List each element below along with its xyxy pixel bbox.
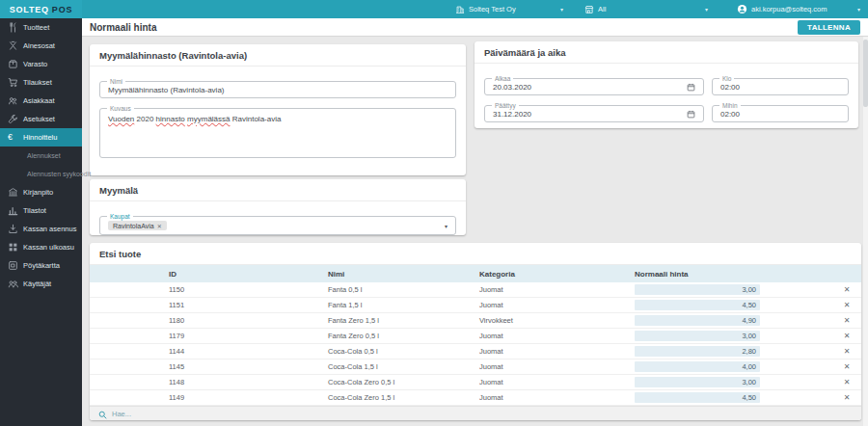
product-id: 1180 [169, 316, 328, 325]
price-input[interactable]: 3,00 [635, 284, 760, 295]
company-selector[interactable]: Solteq Test Oy ▾ [455, 5, 563, 14]
remove-row-button[interactable]: ✕ [844, 393, 851, 402]
sidebar-item-kirjanpito[interactable]: Kirjanpito [0, 183, 82, 201]
chart-icon [8, 205, 21, 216]
logo-text-pos: POS [52, 5, 72, 14]
topbar: SOLTEQ POS Solteq Test Oy ▾ All ▾ [0, 0, 868, 18]
sidebar: TuotteetAinesosatVarastoTilauksetAsiakka… [0, 18, 82, 426]
name-field[interactable]: Nimi Myymälähinnasto (Ravintola-avia) [99, 81, 456, 98]
remove-row-button[interactable]: ✕ [844, 301, 851, 309]
remove-row-button[interactable]: ✕ [844, 347, 851, 356]
product-search-input[interactable]: Hae... [90, 406, 861, 420]
sidebar-item-pöytäkartta[interactable]: Pöytäkartta [0, 256, 82, 275]
store-chip-label: RavintolaAvia [113, 223, 154, 229]
description-field[interactable]: Kuvaus Vuoden 2020 hinnasto myymälässä R… [99, 108, 456, 158]
price-input[interactable]: 3,00 [635, 377, 760, 387]
sidebar-item-label: Kassan ulkoasu [23, 243, 74, 252]
calendar-icon[interactable] [687, 83, 695, 92]
product-id: 1144 [169, 347, 328, 356]
sidebar-item-tilaukset[interactable]: Tilaukset [0, 73, 82, 92]
product-name: Fanta 1,5 l [328, 301, 479, 309]
bank-icon [8, 187, 21, 198]
sidebar-item-ainesosat[interactable]: Ainesosat [0, 37, 82, 55]
sidebar-item-tilastot[interactable]: Tilastot [0, 201, 82, 220]
search-placeholder: Hae... [112, 410, 131, 418]
price-input[interactable]: 3,00 [635, 331, 760, 341]
end-date-label: Päättyy [492, 102, 519, 109]
scrollbar-track[interactable] [863, 18, 868, 426]
sidebar-item-label: Alennusten syykoodit [27, 171, 91, 177]
stores-select[interactable]: Kaupat RavintolaAvia ✕ ▾ [99, 216, 456, 235]
mixer-icon [8, 40, 21, 51]
dropdown-caret-icon[interactable]: ▾ [445, 223, 448, 229]
price-input[interactable]: 4,90 [635, 315, 760, 326]
table-row: 1179Fanta Zero 0,5 lJuomat3,00✕ [90, 329, 861, 344]
store-filter-value: All [598, 5, 606, 13]
sidebar-item-label: Kassan asennus [23, 225, 76, 233]
price-input[interactable]: 2,80 [635, 346, 760, 357]
table-body: 1150Fanta 0,5 lJuomat3,00✕1151Fanta 1,5 … [90, 282, 861, 406]
product-name: Fanta 0,5 l [328, 285, 479, 294]
product-name: Coca-Cola 1,5 l [328, 362, 479, 371]
content-area: Myymälähinnasto (Ravintola-avia) Nimi My… [82, 37, 863, 426]
sidebar-item-tuotteet[interactable]: Tuotteet [0, 18, 82, 37]
sidebar-item-asiakkaat[interactable]: Asiakkaat [0, 92, 82, 110]
chevron-down-icon: ▾ [560, 6, 563, 13]
sidebar-item-alennukset[interactable]: Alennukset [0, 146, 82, 165]
box-icon [8, 59, 21, 69]
users-icon [8, 279, 21, 289]
cart-icon [8, 77, 21, 88]
account-circle-icon [737, 4, 747, 14]
description-word: Vuoden [108, 115, 134, 123]
start-date-label: Alkaa [492, 75, 513, 82]
product-category: Juomat [479, 347, 635, 356]
page-title: Normaali hinta [90, 22, 156, 33]
sidebar-item-kassan-ulkoasu[interactable]: Kassan ulkoasu [0, 238, 82, 256]
end-time-label: Mihin [719, 102, 741, 109]
calendar-icon[interactable] [687, 110, 695, 119]
grid-icon [8, 242, 21, 253]
start-date-value: 20.03.2020 [493, 83, 531, 92]
sidebar-item-asetukset[interactable]: Asetukset [0, 110, 82, 128]
store-card-title: Myymälä [90, 179, 466, 201]
remove-row-button[interactable]: ✕ [844, 332, 851, 340]
product-id: 1148 [169, 378, 328, 386]
sidebar-item-label: Käyttäjät [23, 280, 51, 288]
description-field-value: Vuoden 2020 hinnasto myymälässä Ravintol… [108, 115, 281, 123]
sidebar-item-kassan-asennus[interactable]: Kassan asennus [0, 220, 82, 238]
pricelist-card: Myymälähinnasto (Ravintola-avia) Nimi My… [90, 44, 466, 175]
store-filter-selector[interactable]: All ▾ [584, 5, 708, 14]
chip-remove-icon[interactable]: ✕ [157, 223, 162, 229]
remove-row-button[interactable]: ✕ [844, 362, 851, 371]
end-time-field[interactable]: Mihin 02:00 [712, 105, 849, 122]
sidebar-item-label: Varasto [23, 60, 47, 68]
remove-row-button[interactable]: ✕ [844, 378, 851, 386]
wrench-icon [8, 114, 21, 124]
remove-row-button[interactable]: ✕ [844, 285, 851, 294]
price-input[interactable]: 4,50 [635, 300, 760, 310]
save-button[interactable]: TALLENNA [798, 20, 860, 35]
price-input[interactable]: 4,00 [635, 361, 760, 372]
table-row: 1145Coca-Cola 1,5 lJuomat4,00✕ [90, 359, 861, 375]
sidebar-item-hinnoittelu[interactable]: €Hinnoittelu [0, 128, 82, 146]
user-menu[interactable]: aki.korpua@solteq.com ▾ [737, 4, 860, 14]
price-input[interactable]: 4,50 [635, 392, 760, 403]
start-date-field[interactable]: Alkaa 20.03.2020 [484, 78, 704, 95]
start-time-field[interactable]: Klo 02:00 [712, 78, 849, 95]
sidebar-item-varasto[interactable]: Varasto [0, 55, 82, 73]
sidebar-item-käyttäjät[interactable]: Käyttäjät [0, 275, 82, 293]
datetime-card: Päivämäärä ja aika Alkaa 20.03.2020 Klo … [475, 41, 858, 128]
sidebar-item-label: Tilastot [23, 206, 46, 215]
sidebar-item-alennusten-syykoodit[interactable]: Alennusten syykoodit [0, 165, 82, 183]
table-row: 1148Coca-Cola Zero 0,5 lJuomat3,00✕ [90, 375, 861, 390]
product-category: Juomat [479, 285, 635, 294]
product-name: Coca-Cola Zero 0,5 l [328, 378, 479, 386]
remove-row-button[interactable]: ✕ [844, 316, 851, 325]
user-email: aki.korpua@solteq.com [751, 5, 827, 13]
people-icon [8, 95, 21, 106]
table-row: 1144Coca-Cola 0,5 lJuomat2,80✕ [90, 344, 861, 359]
sidebar-item-label: Asiakkaat [23, 96, 55, 105]
scrollbar-thumb[interactable] [863, 40, 868, 107]
end-date-field[interactable]: Päättyy 31.12.2020 [484, 105, 704, 122]
sidebar-item-label: Alennukset [27, 152, 61, 159]
